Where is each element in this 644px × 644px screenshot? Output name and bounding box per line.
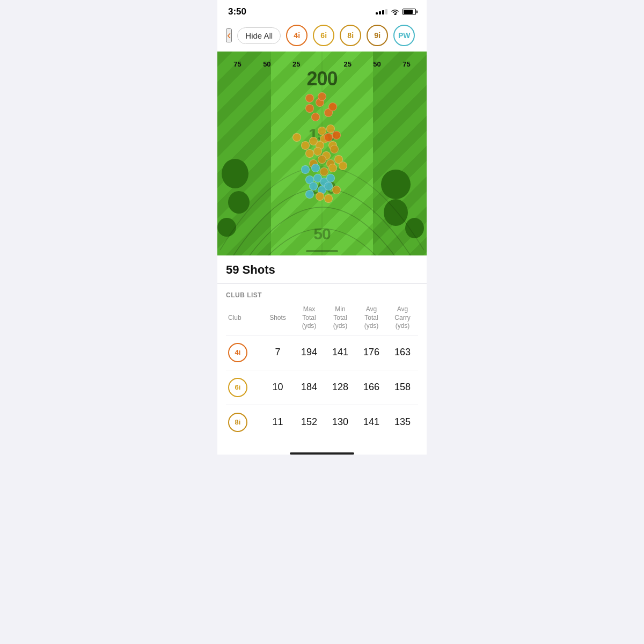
shot-dot (318, 92, 326, 101)
signal-icon (376, 9, 387, 14)
shot-dot (324, 182, 333, 191)
shot-dot (292, 133, 301, 142)
th-avg-carry: AvgCarry(yds) (387, 303, 418, 335)
shot-dot (332, 131, 341, 140)
shots-cell: 10 (262, 370, 294, 405)
distance-ruler: 75 50 25 25 50 75 (217, 60, 427, 68)
ruler-50l: 50 (263, 60, 270, 68)
max-total-cell: 184 (294, 370, 325, 405)
ruler-25r: 25 (343, 60, 351, 68)
table-row: 8i 11 152 130 141 135 (226, 405, 418, 440)
stats-panel: 59 Shots CLUB LIST Club Shots MaxTotal(y… (217, 255, 427, 455)
shot-dot (305, 94, 314, 103)
status-icons (376, 9, 416, 15)
ruler-75l: 75 (233, 60, 241, 68)
status-time: 3:50 (228, 6, 246, 17)
club-badge-4i[interactable]: 4i (286, 25, 308, 46)
club-list-title: CLUB LIST (226, 284, 418, 303)
shot-dot (324, 133, 333, 142)
club-table: Club Shots MaxTotal(yds) MinTotal(yds) A… (226, 303, 418, 440)
th-max-total: MaxTotal(yds) (294, 303, 325, 335)
table-row: 6i 10 184 128 166 158 (226, 370, 418, 405)
shot-dot (305, 104, 314, 113)
hide-all-button[interactable]: Hide All (237, 27, 281, 44)
avg-carry-cell: 158 (387, 370, 418, 405)
shot-dot (318, 155, 326, 164)
min-total-cell: 130 (325, 405, 356, 440)
th-shots: Shots (262, 303, 294, 335)
club-cell[interactable]: 4i (226, 335, 262, 370)
avg-total-cell: 166 (356, 370, 387, 405)
club-badge-8i[interactable]: 8i (340, 25, 361, 46)
th-club: Club (226, 303, 262, 335)
shot-dot (316, 192, 324, 201)
wifi-icon (391, 9, 399, 15)
shots-cell: 7 (262, 335, 294, 370)
shot-dot (311, 113, 320, 121)
shot-dot (309, 182, 318, 191)
shot-dot (332, 186, 341, 194)
shot-dot (328, 103, 337, 111)
club-cell[interactable]: 6i (226, 370, 262, 405)
shot-dot (301, 165, 310, 174)
shot-dot (328, 164, 337, 172)
shots-cell: 11 (262, 405, 294, 440)
shot-map: 75 50 25 25 50 75 200 150 100 50 (217, 52, 427, 255)
scroll-handle[interactable] (306, 250, 338, 252)
th-min-total: MinTotal(yds) (325, 303, 356, 335)
avg-total-cell: 176 (356, 335, 387, 370)
max-total-cell: 152 (294, 405, 325, 440)
yardage-200: 200 (306, 68, 337, 90)
shot-dot (330, 145, 339, 153)
status-bar: 3:50 (217, 0, 427, 20)
yardage-50: 50 (313, 225, 330, 243)
ruler-50r: 50 (373, 60, 380, 68)
shot-dot (305, 190, 314, 199)
ruler-75r: 75 (402, 60, 410, 68)
shots-count: 59 Shots (226, 255, 418, 283)
avg-carry-cell: 135 (387, 405, 418, 440)
bottom-bar (290, 452, 354, 455)
shot-dot (326, 174, 335, 182)
avg-carry-cell: 163 (387, 335, 418, 370)
max-total-cell: 194 (294, 335, 325, 370)
toolbar: ‹ Hide All 4i 6i 8i 9i PW (217, 20, 427, 52)
shot-dot (301, 141, 310, 150)
ruler-25l: 25 (292, 60, 300, 68)
club-badge-pw[interactable]: PW (393, 25, 415, 46)
shot-dot (311, 164, 320, 172)
shot-dot (324, 194, 333, 203)
shot-dot (305, 149, 314, 158)
back-button[interactable]: ‹ (226, 28, 232, 42)
avg-total-cell: 141 (356, 405, 387, 440)
min-total-cell: 141 (325, 335, 356, 370)
shot-dot (313, 147, 322, 156)
battery-icon (402, 9, 416, 15)
th-avg-total: AvgTotal(yds) (356, 303, 387, 335)
shot-dot (339, 162, 347, 170)
club-badge-6i[interactable]: 6i (313, 25, 334, 46)
club-cell[interactable]: 8i (226, 405, 262, 440)
min-total-cell: 128 (325, 370, 356, 405)
table-row: 4i 7 194 141 176 163 (226, 335, 418, 370)
svg-point-0 (394, 13, 396, 15)
club-badge-9i[interactable]: 9i (367, 25, 388, 46)
